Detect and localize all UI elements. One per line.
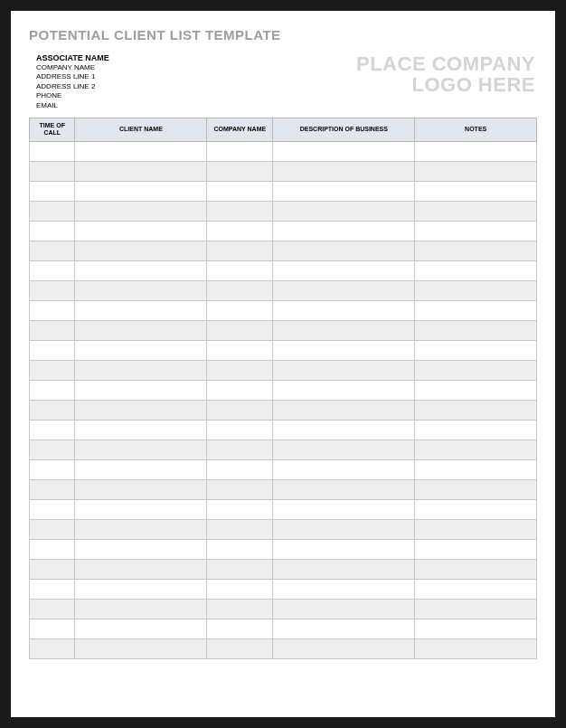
table-row bbox=[30, 280, 537, 300]
table-row bbox=[30, 519, 537, 539]
table-cell bbox=[415, 260, 537, 280]
table-cell bbox=[273, 499, 415, 519]
table-cell bbox=[30, 559, 75, 579]
page-title: POTENTIAL CLIENT LIST TEMPLATE bbox=[29, 27, 537, 43]
table-cell bbox=[30, 499, 75, 519]
table-row bbox=[30, 360, 537, 380]
table-cell bbox=[207, 280, 273, 300]
table-cell bbox=[207, 519, 273, 539]
table-cell bbox=[75, 380, 207, 400]
table-cell bbox=[415, 221, 537, 241]
table-cell bbox=[75, 539, 207, 559]
table-cell bbox=[30, 440, 75, 459]
table-cell bbox=[273, 579, 415, 599]
table-cell bbox=[415, 320, 537, 340]
table-row bbox=[30, 559, 537, 579]
table-cell bbox=[415, 420, 537, 440]
table-cell bbox=[273, 400, 415, 420]
associate-address-2: ADDRESS LINE 2 bbox=[36, 82, 109, 91]
client-table: TIME OF CALL CLIENT NAME COMPANY NAME DE… bbox=[29, 118, 537, 659]
table-cell bbox=[273, 300, 415, 320]
table-cell bbox=[30, 420, 75, 440]
table-cell bbox=[415, 181, 537, 201]
table-row bbox=[30, 420, 537, 440]
table-cell bbox=[207, 599, 273, 619]
header-desc: DESCRIPTION OF BUSINESS bbox=[273, 118, 415, 141]
table-cell bbox=[75, 161, 207, 181]
table-cell bbox=[273, 519, 415, 539]
table-cell bbox=[273, 221, 415, 241]
table-cell bbox=[415, 300, 537, 320]
table-cell bbox=[207, 420, 273, 440]
table-cell bbox=[415, 201, 537, 221]
logo-line-1: PLACE COMPANY bbox=[356, 53, 535, 74]
table-cell bbox=[30, 181, 75, 201]
table-cell bbox=[207, 539, 273, 559]
table-row bbox=[30, 479, 537, 499]
table-cell bbox=[207, 499, 273, 519]
table-cell bbox=[207, 579, 273, 599]
table-cell bbox=[415, 380, 537, 400]
table-cell bbox=[75, 340, 207, 360]
table-cell bbox=[75, 559, 207, 579]
table-cell bbox=[273, 599, 415, 619]
table-cell bbox=[273, 181, 415, 201]
table-cell bbox=[415, 559, 537, 579]
table-cell bbox=[207, 241, 273, 260]
associate-phone: PHONE bbox=[36, 91, 109, 100]
table-cell bbox=[75, 519, 207, 539]
table-cell bbox=[75, 241, 207, 260]
table-cell bbox=[30, 479, 75, 499]
table-cell bbox=[30, 201, 75, 221]
table-cell bbox=[273, 241, 415, 260]
table-cell bbox=[30, 340, 75, 360]
table-cell bbox=[273, 201, 415, 221]
table-cell bbox=[30, 221, 75, 241]
table-cell bbox=[75, 201, 207, 221]
table-cell bbox=[273, 539, 415, 559]
table-row bbox=[30, 260, 537, 280]
table-row bbox=[30, 539, 537, 559]
associate-name-label: ASSOCIATE NAME bbox=[36, 53, 109, 62]
table-cell bbox=[75, 579, 207, 599]
table-cell bbox=[207, 360, 273, 380]
table-cell bbox=[415, 340, 537, 360]
header-notes: NOTES bbox=[415, 118, 537, 141]
table-cell bbox=[415, 280, 537, 300]
table-cell bbox=[30, 599, 75, 619]
table-cell bbox=[273, 559, 415, 579]
table-body bbox=[30, 141, 537, 658]
table-cell bbox=[207, 619, 273, 638]
table-cell bbox=[75, 499, 207, 519]
table-cell bbox=[75, 440, 207, 459]
logo-placeholder: PLACE COMPANY LOGO HERE bbox=[356, 53, 537, 95]
table-row bbox=[30, 638, 537, 658]
table-cell bbox=[415, 499, 537, 519]
table-cell bbox=[415, 360, 537, 380]
table-cell bbox=[273, 161, 415, 181]
table-cell bbox=[30, 360, 75, 380]
table-cell bbox=[415, 400, 537, 420]
table-cell bbox=[207, 201, 273, 221]
table-row bbox=[30, 579, 537, 599]
table-cell bbox=[75, 280, 207, 300]
associate-company: COMPANY NAME bbox=[36, 63, 109, 72]
table-cell bbox=[30, 459, 75, 479]
table-cell bbox=[30, 400, 75, 420]
table-cell bbox=[207, 221, 273, 241]
table-cell bbox=[75, 141, 207, 161]
table-row bbox=[30, 599, 537, 619]
table-cell bbox=[273, 280, 415, 300]
table-cell bbox=[273, 638, 415, 658]
table-cell bbox=[207, 400, 273, 420]
table-row bbox=[30, 141, 537, 161]
table-cell bbox=[75, 181, 207, 201]
table-row bbox=[30, 499, 537, 519]
table-cell bbox=[207, 459, 273, 479]
table-header-row: TIME OF CALL CLIENT NAME COMPANY NAME DE… bbox=[30, 118, 537, 141]
document-page: POTENTIAL CLIENT LIST TEMPLATE ASSOCIATE… bbox=[11, 11, 555, 717]
table-cell bbox=[273, 380, 415, 400]
header-time: TIME OF CALL bbox=[30, 118, 75, 141]
table-cell bbox=[415, 440, 537, 459]
table-cell bbox=[75, 420, 207, 440]
